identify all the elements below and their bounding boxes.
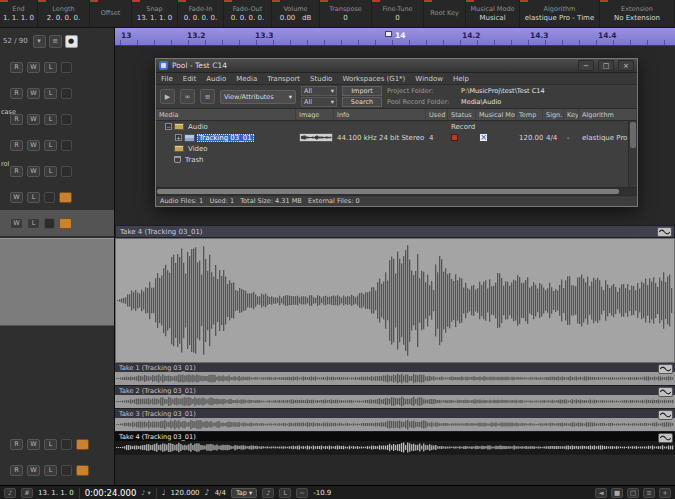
track-r-button[interactable]: R [10,140,23,151]
track-lock-button[interactable] [61,62,72,73]
ruler-tick[interactable]: 13.3 [255,31,274,40]
menu-window[interactable]: Window [410,75,448,83]
main-take-lane[interactable]: Take 4 (Tracking 03_01) [115,225,675,363]
lane-wave-icon[interactable] [658,387,673,397]
count-in-icon[interactable]: ♪ [262,488,274,498]
pool-item-name[interactable]: Audio [186,123,210,131]
info-column-value[interactable]: Musical [479,14,505,22]
pool-row-tracking[interactable]: + Tracking 03_01 44.100 kHz 24 bit Stere… [156,132,637,143]
info-column-extension[interactable]: ExtensionNo Extension [600,0,675,27]
maximize-button[interactable]: □ [598,60,614,71]
info-column-snap[interactable]: Snap13. 1. 1. 0 [132,0,178,27]
pool-tempo[interactable]: 120.00 [516,134,543,142]
click-level[interactable]: -10.9 [313,489,331,497]
column-status[interactable]: Status [448,109,476,120]
ruler-tick[interactable]: 14 [395,31,405,40]
expand-icon[interactable]: + [175,134,182,141]
pool-item-name-selected[interactable]: Tracking 03_01 [197,134,254,142]
take-lane-waveform[interactable] [115,418,675,431]
lane-wave-icon[interactable] [658,364,673,374]
track-lock-button[interactable] [44,218,55,229]
musical-mode-checkbox[interactable] [479,133,488,142]
track-l-button[interactable]: L [27,192,40,203]
tempo-mode-icon[interactable]: ♪ [205,488,210,497]
main-waveform[interactable] [115,238,675,363]
ruler-tick[interactable]: 13 [121,31,131,40]
info-column-value[interactable]: 0.00 dB [280,14,312,22]
waveform-thumbnail[interactable] [299,133,333,142]
track-l-button[interactable]: L [44,88,57,99]
track-lock-button[interactable] [61,88,72,99]
track-w-button[interactable]: W [27,140,40,151]
pool-window[interactable]: Pool - Test C14 − □ × FileEditAudioMedia… [155,58,638,207]
track-row[interactable]: WL [0,184,114,210]
pool-key[interactable]: - [564,134,579,142]
track-r-button[interactable]: R [10,465,23,476]
info-column-value[interactable]: 0. 0. 0. 0. [184,14,217,22]
track-w-button[interactable]: W [27,114,40,125]
info-column-algorithm[interactable]: Algorithmelastique Pro - Time [520,0,600,27]
column-musical-mode[interactable]: Musical Mode [476,109,516,120]
take-lane-waveform[interactable] [115,441,675,454]
track-l-button[interactable]: L [44,62,57,73]
menu-studio[interactable]: Studio [305,75,337,83]
info-column-fade-out[interactable]: Fade-Out0. 0. 0. 0. [224,0,272,27]
take-lane[interactable]: Take 4 (Tracking 03_01) [115,432,675,455]
track-lock-button[interactable] [44,192,55,203]
track-row[interactable]: RWL [0,132,114,158]
track-r-button[interactable]: R [10,166,23,177]
ruler-tick[interactable]: 14.2 [462,31,481,40]
track-color-pad[interactable] [76,465,89,476]
track-lock-button[interactable] [61,465,72,476]
column-key[interactable]: Key [564,109,579,120]
track-row[interactable]: RWL [0,80,114,106]
info-column-transpose[interactable]: Transpose0 [320,0,372,27]
info-column-value[interactable]: No Extension [614,14,660,22]
column-tempo[interactable]: Temp [516,109,543,120]
pool-row-trash[interactable]: Trash [156,154,637,165]
info-column-value[interactable]: elastique Pro - Time [525,14,595,22]
pool-vertical-scrollbar[interactable] [628,121,637,187]
pool-item-name[interactable]: Video [186,145,210,153]
track-r-button[interactable]: R [10,439,23,450]
track-lock-button[interactable] [61,140,72,151]
info-column-value[interactable]: 2. 0. 0. 0. [47,14,80,22]
info-column-fade-in[interactable]: Fade-In0. 0. 0. 0. [178,0,224,27]
info-column-volume[interactable]: Volume0.00 dB [272,0,320,27]
transport-position[interactable]: 13. 1. 1. 0 [38,489,74,497]
column-signature[interactable]: Sign. [543,109,564,120]
pool-signature[interactable]: 4/4 [543,134,564,142]
info-column-musical-mode[interactable]: Musical ModeMusical [466,0,520,27]
track-lock-button[interactable] [61,439,72,450]
minimize-button[interactable]: − [578,60,594,71]
sort-tracks-icon[interactable]: ▾ [33,35,46,48]
info-column-value[interactable]: 13. 1. 1. 0 [137,14,173,22]
track-l-button[interactable]: L [27,218,40,229]
track-r-button[interactable]: R [10,62,23,73]
lane-wave-icon[interactable] [658,433,673,443]
track-r-button[interactable]: R [10,88,23,99]
lane-wave-icon[interactable] [657,227,672,237]
pool-row-audio-folder[interactable]: − Audio Record [156,121,637,132]
search-button[interactable]: Search [342,97,382,107]
menu-workspaces[interactable]: Workspaces (G1*) [337,75,410,83]
lane-wave-icon[interactable] [658,410,673,420]
take-lane[interactable]: Take 2 (Tracking 03_01) [115,386,675,409]
column-info[interactable]: Info [334,109,426,120]
sync-icon[interactable]: ~ [296,488,308,498]
speaker-icon[interactable]: ◄ [595,488,607,498]
track-row[interactable]: WL [0,210,114,236]
menu-transport[interactable]: Transport [262,75,305,83]
grid-snap-icon[interactable]: □ [627,488,639,498]
track-lock-button[interactable] [61,114,72,125]
info-column-offset[interactable]: Offset [90,0,132,27]
ruler-tick[interactable]: 13.2 [187,31,206,40]
pool-title-bar[interactable]: Pool - Test C14 − □ × [156,59,637,73]
pool-row-video-folder[interactable]: Video [156,143,637,154]
ruler-tick[interactable]: 14.3 [530,31,549,40]
track-w-button[interactable]: W [10,218,23,229]
info-column-value[interactable]: 0. 0. 0. 0. [231,14,264,22]
menu-media[interactable]: Media [231,75,262,83]
column-algorithm[interactable]: Algorithm [579,109,637,120]
info-column-end[interactable]: End1. 1. 1. 0 [0,0,38,27]
